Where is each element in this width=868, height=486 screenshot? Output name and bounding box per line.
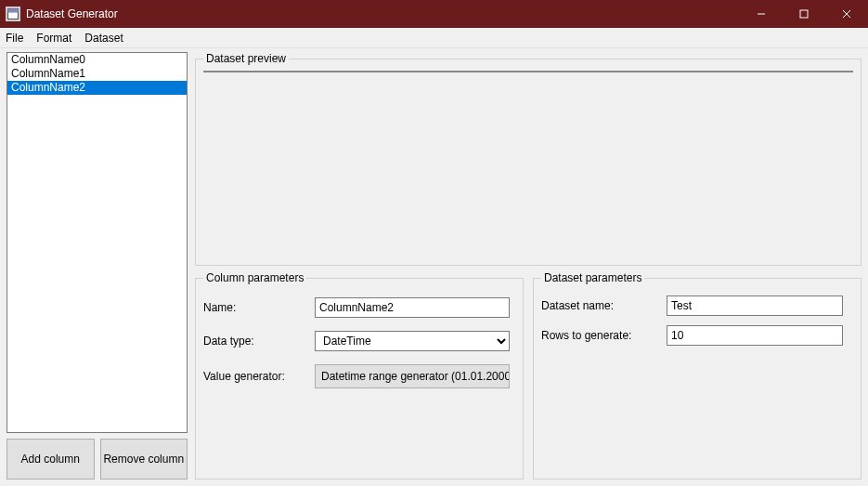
menu-format[interactable]: Format <box>36 32 71 45</box>
list-item[interactable]: ColumnName1 <box>7 67 187 81</box>
column-params-legend: Column parameters <box>203 271 306 284</box>
add-column-button[interactable]: Add column <box>6 439 95 479</box>
preview-group: Dataset preview ColumnName0ColumnName1Co… <box>195 52 862 266</box>
grid-wrap: ColumnName0ColumnName1ColumnName2▸tMFEfN… <box>203 71 853 72</box>
rows-input[interactable] <box>667 325 843 346</box>
titlebar: Dataset Generator <box>0 0 868 28</box>
menubar: File Format Dataset <box>0 28 868 48</box>
dataset-params-legend: Dataset parameters <box>541 271 644 284</box>
svg-rect-3 <box>800 10 808 18</box>
generator-label: Value generator: <box>203 370 315 383</box>
name-label: Name: <box>203 301 315 314</box>
app-icon <box>6 7 20 21</box>
window-title: Dataset Generator <box>26 7 740 20</box>
dataset-params-group: Dataset parameters Dataset name: Rows to… <box>533 271 862 479</box>
maximize-button[interactable] <box>783 0 825 28</box>
list-item[interactable]: ColumnName0 <box>7 53 187 67</box>
menu-dataset[interactable]: Dataset <box>84 32 123 45</box>
value-generator-text: Datetime range generator (01.01.2000 <box>321 370 510 383</box>
menu-file[interactable]: File <box>6 32 23 45</box>
dataset-name-label: Dataset name: <box>541 299 667 312</box>
columns-listbox[interactable]: ColumnName0ColumnName1ColumnName2 <box>6 52 188 433</box>
rows-label: Rows to generate: <box>541 329 667 342</box>
svg-rect-1 <box>7 8 18 12</box>
minimize-button[interactable] <box>740 0 783 28</box>
scroll-up-icon[interactable]: ▴ <box>837 72 852 72</box>
column-params-group: Column parameters Name: Data type: DateT… <box>195 271 524 479</box>
dataset-name-input[interactable] <box>667 296 843 316</box>
remove-column-button[interactable]: Remove column <box>100 439 188 479</box>
close-button[interactable] <box>825 0 868 28</box>
value-generator-button[interactable]: Datetime range generator (01.01.2000 <box>315 364 510 388</box>
datatype-select[interactable]: DateTime <box>315 331 510 351</box>
column-name-input[interactable] <box>315 297 510 318</box>
datatype-label: Data type: <box>203 335 315 348</box>
preview-legend: Dataset preview <box>203 52 289 65</box>
list-item[interactable]: ColumnName2 <box>7 81 187 95</box>
